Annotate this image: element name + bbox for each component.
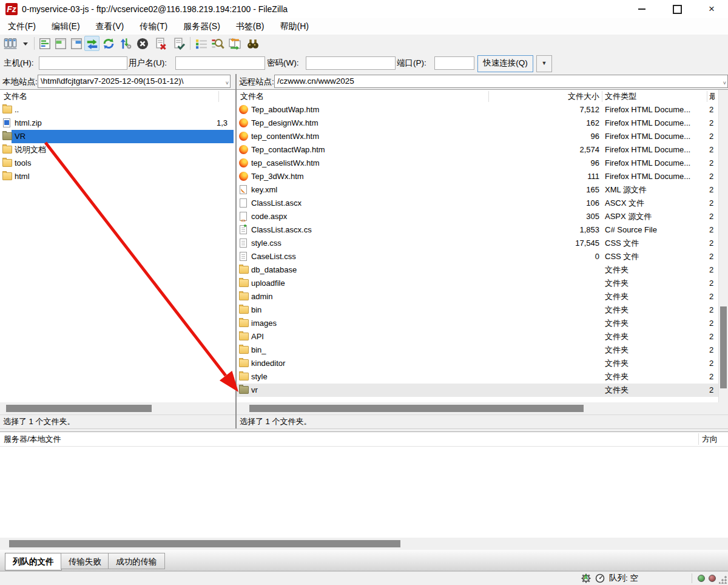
toolbar — [0, 35, 728, 53]
toggle-local-tree-button[interactable] — [53, 36, 68, 51]
gear-auto-icon[interactable]: A — [581, 573, 591, 583]
menu-item-file[interactable]: 文件(F) — [0, 18, 44, 35]
remote-hscrollbar[interactable] — [237, 402, 728, 414]
remote-hscroll-thumb[interactable] — [249, 405, 584, 412]
file-modified-clipped: 2 — [709, 357, 715, 370]
menu-item-server[interactable]: 服务器(S) — [175, 18, 228, 35]
close-button[interactable]: × — [699, 0, 724, 18]
remote-file-row[interactable]: vr文件夹2 — [237, 384, 719, 397]
refresh-button[interactable] — [101, 36, 116, 51]
port-input[interactable] — [434, 56, 474, 70]
remote-file-row[interactable]: admin文件夹2 — [237, 290, 719, 303]
tab-successful-transfers[interactable]: 成功的传输 — [108, 553, 165, 569]
tab-queued-files[interactable]: 列队的文件 — [5, 553, 62, 570]
remote-file-row[interactable]: Tep_3dWx.htm111Firefox HTML Docume...2 — [237, 170, 719, 183]
file-size: 17,545 — [521, 237, 599, 250]
remote-file-row[interactable]: images文件夹2 — [237, 317, 719, 330]
local-hscroll-thumb[interactable] — [6, 405, 152, 412]
remote-file-row[interactable]: tep_contentWx.htm96Firefox HTML Docume..… — [237, 130, 719, 143]
remote-file-row[interactable]: Tep_contactWap.htm2,574Firefox HTML Docu… — [237, 143, 719, 157]
local-site-combo[interactable]: \html\dfcjtgtarv7-2025-12-09(15-01-12)\ … — [38, 75, 231, 88]
file-modified-clipped: 2 — [709, 157, 715, 170]
local-file-row[interactable]: 说明文档 — [0, 143, 235, 157]
remote-column-modified-clipped[interactable]: 最 — [709, 90, 715, 103]
menu-item-edit[interactable]: 编辑(E) — [44, 18, 88, 35]
remote-file-row[interactable]: style文件夹2 — [237, 370, 719, 384]
remote-file-row[interactable]: Tep_aboutWap.htm7,512Firefox HTML Docume… — [237, 103, 719, 117]
column-separator[interactable] — [488, 91, 489, 102]
toggle-remote-tree-icon — [70, 37, 83, 50]
local-file-row[interactable]: html.zip1,3 — [0, 117, 235, 130]
minimize-button[interactable] — [630, 0, 654, 18]
remote-column-filename[interactable]: 文件名 — [240, 90, 264, 103]
file-size: 1,853 — [521, 223, 599, 237]
remote-column-filetype[interactable]: 文件类型 — [605, 90, 636, 103]
site-manager-dropdown-button[interactable] — [20, 36, 30, 51]
remote-vscroll-thumb[interactable] — [720, 306, 727, 388]
menu-item-bookmarks[interactable]: 书签(B) — [228, 18, 272, 35]
menu-item-help[interactable]: 帮助(H) — [272, 18, 316, 35]
remote-file-row[interactable]: style.css17,545CSS 文件2 — [237, 237, 719, 250]
menu-item-transfer[interactable]: 传输(T) — [132, 18, 175, 35]
directory-comparison-button[interactable] — [210, 36, 225, 51]
local-file-row[interactable]: VR — [0, 130, 235, 143]
column-separator[interactable] — [698, 433, 699, 445]
toolbar-separator — [34, 37, 35, 50]
local-hscrollbar[interactable] — [0, 402, 235, 414]
toggle-message-log-button[interactable] — [37, 36, 52, 51]
find-files-button[interactable] — [245, 36, 260, 51]
queue-column-server-local-file[interactable]: 服务器/本地文件 — [4, 432, 61, 446]
file-name: code.aspx — [251, 210, 287, 223]
menu-item-view[interactable]: 查看(V) — [88, 18, 132, 35]
file-name: html.zip — [15, 117, 42, 130]
site-manager-button[interactable] — [2, 36, 18, 51]
remote-site-combo[interactable]: /czwww.cn/www2025 ˅ — [274, 75, 728, 88]
remote-file-row[interactable]: ClassList.ascx106ASCX 文件2 — [237, 197, 719, 210]
filename-filters-button[interactable] — [194, 36, 209, 51]
process-queue-button[interactable] — [118, 36, 133, 51]
host-input[interactable] — [39, 56, 127, 70]
remote-column-filesize[interactable]: 文件大小 — [539, 90, 599, 103]
tab-failed-transfers[interactable]: 传输失败 — [61, 553, 109, 569]
remote-file-row[interactable]: ClassList.ascx.cs1,853C# Source File2 — [237, 223, 719, 237]
file-name: tep_caselistWx.htm — [251, 157, 320, 170]
toggle-remote-tree-button[interactable] — [69, 36, 84, 51]
column-separator[interactable] — [602, 91, 602, 102]
remote-file-row[interactable]: tep_caselistWx.htm96Firefox HTML Docume.… — [237, 157, 719, 170]
requeue-successful-button[interactable] — [171, 36, 186, 51]
username-input[interactable] — [175, 56, 265, 70]
toggle-transfer-queue-button[interactable] — [84, 36, 99, 51]
remote-file-row[interactable]: kindeditor文件夹2 — [237, 357, 719, 370]
queue-column-direction[interactable]: 方向 — [702, 432, 718, 446]
csspage-icon — [240, 238, 247, 248]
queue-hscrollbar[interactable] — [0, 538, 728, 550]
column-separator[interactable] — [218, 91, 219, 102]
remote-file-row[interactable]: CaseList.css0CSS 文件2 — [237, 250, 719, 263]
local-file-row[interactable]: html — [0, 170, 235, 183]
remote-file-row[interactable]: db_database文件夹2 — [237, 263, 719, 277]
file-name: style — [251, 370, 268, 384]
remote-file-row[interactable]: key.xml165XML 源文件2 — [237, 183, 719, 197]
remote-file-row[interactable]: bin文件夹2 — [237, 303, 719, 317]
quickconnect-button[interactable]: 快速连接(Q) — [477, 55, 533, 72]
remote-file-row[interactable]: uploadfile文件夹2 — [237, 277, 719, 290]
remote-file-row[interactable]: bin_文件夹2 — [237, 343, 719, 357]
remote-file-row[interactable]: Tep_designWx.htm162Firefox HTML Docume..… — [237, 117, 719, 130]
synchronized-browsing-button[interactable] — [227, 36, 242, 51]
speed-limit-icon[interactable] — [595, 573, 605, 583]
password-input[interactable] — [306, 56, 396, 70]
local-column-filename[interactable]: 文件名 — [4, 90, 27, 103]
local-file-row[interactable]: .. — [0, 103, 235, 117]
maximize-button[interactable] — [665, 0, 689, 18]
local-file-row[interactable]: tools — [0, 157, 235, 170]
remote-file-row[interactable]: API文件夹2 — [237, 330, 719, 343]
remove-failed-transfers-button[interactable] — [153, 36, 168, 51]
remote-file-row[interactable]: code.aspx305ASPX 源文件2 — [237, 210, 719, 223]
directory-comparison-icon — [211, 37, 224, 50]
cancel-operation-button[interactable] — [135, 36, 150, 51]
quickconnect-dropdown-button[interactable]: ▼ — [536, 55, 552, 72]
remote-vscrollbar[interactable] — [718, 90, 728, 402]
resize-grip-icon[interactable] — [719, 576, 727, 584]
column-separator[interactable] — [707, 91, 707, 102]
queue-hscroll-thumb[interactable] — [9, 540, 400, 547]
